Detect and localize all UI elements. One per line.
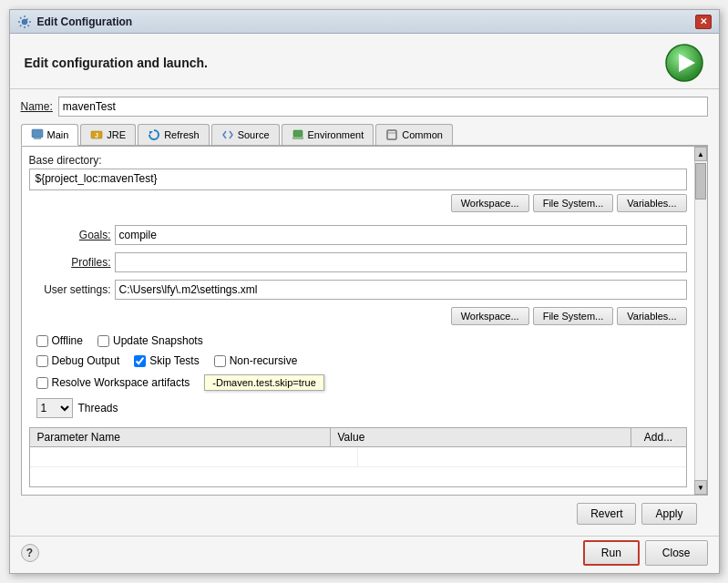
close-button[interactable]: Close — [645, 540, 708, 566]
workspace-button-1[interactable]: Workspace... — [451, 194, 529, 212]
tooltip-box: -Dmaven.test.skip=true — [204, 374, 323, 391]
base-dir-label: Base directory: — [29, 154, 687, 167]
variables-button-1[interactable]: Variables... — [617, 194, 686, 212]
non-recursive-checkbox-item: Non-recursive — [214, 354, 298, 367]
title-bar-title: Edit Configuration — [37, 15, 133, 28]
skip-tests-label: Skip Tests — [149, 354, 199, 367]
svg-rect-8 — [293, 130, 302, 137]
checkbox-row-2: Debug Output Skip Tests Non-recursive — [36, 354, 687, 367]
profiles-input[interactable] — [115, 252, 687, 272]
common-tab-icon — [385, 128, 398, 141]
tab-main[interactable]: Main — [21, 124, 79, 146]
param-name-cell — [30, 447, 359, 466]
offline-checkbox-item: Offline — [36, 334, 83, 347]
base-dir-value: ${project_loc:mavenTest} — [29, 169, 687, 190]
main-tab-icon — [31, 128, 44, 141]
svg-rect-3 — [32, 129, 43, 138]
environment-tab-icon — [292, 128, 304, 141]
revert-button[interactable]: Revert — [577, 503, 636, 525]
goals-input[interactable] — [115, 225, 687, 245]
resolve-workspace-label: Resolve Workspace artifacts — [52, 376, 190, 389]
bottom-action-buttons: Revert Apply — [21, 496, 708, 528]
tab-source[interactable]: Source — [211, 124, 280, 145]
update-snapshots-checkbox[interactable] — [97, 335, 109, 347]
user-settings-input[interactable] — [115, 280, 687, 300]
goals-label: Goals: — [29, 229, 111, 241]
base-dir-button-row: Workspace... File System... Variables... — [29, 194, 687, 212]
svg-rect-9 — [292, 137, 303, 139]
source-tab-icon — [221, 128, 234, 141]
svg-marker-7 — [149, 131, 153, 135]
non-recursive-checkbox[interactable] — [214, 355, 226, 367]
tab-content-area: Base directory: ${project_loc:mavenTest}… — [21, 146, 708, 496]
gear-icon — [17, 15, 32, 29]
offline-label: Offline — [52, 334, 83, 347]
scroll-up-button[interactable]: ▲ — [694, 147, 707, 161]
resolve-workspace-checkbox-item: Resolve Workspace artifacts — [36, 376, 190, 389]
offline-checkbox[interactable] — [36, 335, 48, 347]
jre-tab-icon: J — [90, 128, 103, 141]
profiles-row: Profiles: — [29, 252, 687, 272]
debug-output-checkbox[interactable] — [36, 355, 48, 367]
skip-tests-checkbox[interactable] — [134, 355, 146, 367]
scroll-track — [695, 161, 707, 480]
tab-environment[interactable]: Environment — [282, 124, 374, 145]
scrollbar[interactable]: ▲ ▼ — [694, 147, 707, 495]
refresh-tab-icon — [148, 128, 160, 141]
tab-jre[interactable]: J JRE — [80, 124, 136, 145]
run-button[interactable]: Run — [583, 540, 640, 566]
user-settings-row: User settings: — [29, 280, 687, 300]
name-row: Name: — [21, 97, 708, 117]
threads-row: 1 2 4 Threads — [36, 398, 687, 418]
dialog-header-title: Edit configuration and launch. — [25, 56, 208, 70]
edit-configuration-dialog: Edit Configuration ✕ Edit configuration … — [9, 9, 720, 574]
dialog-header: Edit configuration and launch. — [10, 34, 719, 89]
dialog-body: Name: Main J JRE — [10, 89, 719, 536]
table-header: Parameter Name Value Add... — [30, 428, 686, 447]
non-recursive-label: Non-recursive — [230, 354, 298, 367]
update-snapshots-checkbox-item: Update Snapshots — [97, 334, 203, 347]
title-bar-left: Edit Configuration — [17, 15, 133, 29]
profiles-label: Profiles: — [29, 256, 111, 269]
content-inner: Base directory: ${project_loc:mavenTest}… — [22, 147, 694, 495]
name-input[interactable] — [58, 97, 708, 117]
run-icon[interactable] — [664, 43, 704, 83]
svg-rect-4 — [34, 138, 41, 139]
workspace-button-2[interactable]: Workspace... — [451, 307, 529, 325]
svg-text:J: J — [95, 132, 98, 138]
svg-rect-10 — [387, 130, 396, 139]
variables-button-2[interactable]: Variables... — [617, 307, 686, 325]
add-button[interactable]: Add... — [631, 428, 686, 446]
user-settings-button-row: Workspace... File System... Variables... — [29, 307, 687, 325]
apply-button[interactable]: Apply — [641, 503, 696, 525]
user-settings-label: User settings: — [29, 283, 111, 296]
value-col-header: Value — [331, 428, 631, 446]
threads-label: Threads — [78, 402, 118, 414]
close-window-button[interactable]: ✕ — [695, 15, 712, 29]
footer-row: ? Run Close — [10, 536, 719, 573]
help-icon[interactable]: ? — [21, 544, 39, 562]
name-label: Name: — [21, 100, 53, 113]
footer-right: Run Close — [583, 540, 708, 566]
table-body — [30, 447, 686, 484]
parameters-table: Parameter Name Value Add... — [29, 427, 687, 487]
file-system-button-2[interactable]: File System... — [533, 307, 614, 325]
file-system-button-1[interactable]: File System... — [533, 194, 614, 212]
skip-tests-checkbox-item: Skip Tests — [134, 354, 199, 367]
svg-point-0 — [22, 19, 27, 25]
update-snapshots-label: Update Snapshots — [113, 334, 203, 347]
param-name-col-header: Parameter Name — [30, 428, 331, 446]
debug-output-checkbox-item: Debug Output — [36, 354, 120, 367]
footer-left: ? — [21, 544, 39, 562]
goals-row: Goals: — [29, 225, 687, 245]
scroll-down-button[interactable]: ▼ — [694, 480, 707, 495]
tab-common[interactable]: Common — [375, 124, 453, 145]
debug-output-label: Debug Output — [52, 354, 120, 367]
title-bar: Edit Configuration ✕ — [10, 10, 719, 34]
tab-refresh[interactable]: Refresh — [138, 124, 210, 145]
threads-select[interactable]: 1 2 4 — [36, 398, 73, 418]
resolve-workspace-checkbox[interactable] — [36, 377, 48, 389]
checkbox-row-1: Offline Update Snapshots — [36, 334, 687, 347]
tabs-container: Main J JRE Refresh Source — [21, 124, 708, 146]
scroll-thumb[interactable] — [695, 163, 706, 199]
